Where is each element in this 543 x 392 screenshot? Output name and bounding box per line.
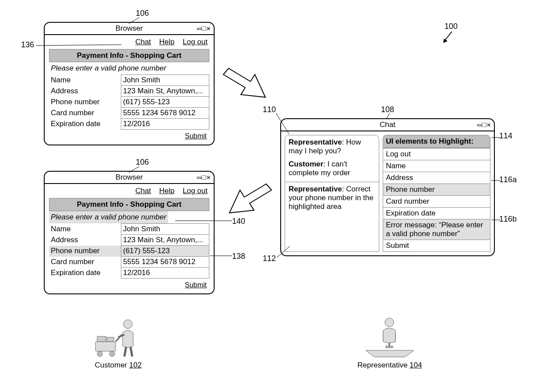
svg-rect-16 bbox=[97, 336, 106, 342]
browser-window-after: Browser ▭□✕ Chat Help Log out Payment In… bbox=[44, 171, 215, 294]
chat-title: Chat bbox=[380, 120, 395, 129]
chat-window-controls: ▭□✕ bbox=[477, 120, 491, 129]
svg-line-6 bbox=[386, 113, 390, 119]
input-phone[interactable]: (617) 555-123 bbox=[121, 97, 209, 108]
nav-logout-2[interactable]: Log out bbox=[183, 187, 208, 195]
maximize-icon[interactable]: □ bbox=[202, 25, 207, 33]
svg-marker-0 bbox=[223, 68, 265, 97]
hl-item-card: Card number bbox=[383, 196, 490, 208]
svg-point-19 bbox=[109, 351, 115, 357]
ref-116a: 116a bbox=[499, 175, 517, 184]
close-icon[interactable]: ✕ bbox=[206, 25, 211, 33]
representative-icon bbox=[361, 315, 418, 359]
browser-window-before: Browser ▭□✕ Chat Help Log out Payment In… bbox=[44, 22, 215, 145]
close-icon[interactable]: ✕ bbox=[487, 121, 491, 129]
browser-title-2: Browser bbox=[116, 173, 143, 182]
ref-136: 136 bbox=[21, 40, 34, 49]
label-phone: Phone number bbox=[49, 97, 121, 108]
hl-item-phone: Phone number bbox=[383, 184, 490, 196]
customer-actor: Customer 102 bbox=[83, 315, 153, 370]
hl-item-error: Error message: “Please enter a valid pho… bbox=[383, 219, 490, 240]
ref-102: 102 bbox=[129, 361, 141, 369]
nav-help-2[interactable]: Help bbox=[159, 187, 175, 195]
svg-point-29 bbox=[385, 318, 394, 327]
window-controls: ▭□✕ bbox=[197, 24, 211, 33]
window-controls-2: ▭□✕ bbox=[197, 173, 211, 182]
svg-rect-17 bbox=[107, 337, 114, 342]
representative-label: Representative bbox=[357, 361, 407, 369]
label-address: Address bbox=[49, 86, 121, 97]
ref-104: 104 bbox=[409, 361, 422, 369]
system-arrow-icon bbox=[442, 31, 455, 44]
chat-transcript: Representative: How may I help you? Cust… bbox=[285, 135, 379, 252]
svg-line-7 bbox=[276, 113, 289, 134]
hl-item-expiration: Expiration date bbox=[383, 208, 490, 219]
minimize-icon[interactable]: ▭ bbox=[477, 121, 482, 129]
customer-icon bbox=[92, 315, 145, 359]
error-message-highlighted: Please enter a valid phone number bbox=[49, 211, 168, 223]
chat-msg-1: Representative: How may I help you? bbox=[289, 138, 375, 155]
ref-112: 112 bbox=[263, 254, 276, 263]
error-message: Please enter a valid phone number bbox=[49, 62, 209, 74]
row-address: Address 123 Main St, Anytown,... bbox=[49, 86, 209, 97]
row-card-2: Card number 5555 1234 5678 9012 bbox=[49, 257, 209, 268]
nav-help[interactable]: Help bbox=[159, 38, 175, 46]
svg-line-2 bbox=[129, 18, 139, 24]
svg-rect-28 bbox=[386, 346, 393, 348]
svg-line-24 bbox=[130, 347, 132, 357]
input-card[interactable]: 5555 1234 5678 9012 bbox=[121, 108, 209, 119]
svg-point-18 bbox=[97, 351, 102, 357]
nav-bar-2: Chat Help Log out bbox=[49, 186, 209, 198]
svg-line-8 bbox=[277, 246, 290, 258]
label-card: Card number bbox=[49, 108, 121, 119]
arrow-chat-to-browser bbox=[219, 180, 276, 223]
input-name[interactable]: John Smith bbox=[121, 75, 209, 86]
input-exp[interactable]: 12/2016 bbox=[121, 119, 209, 130]
arrow-browser-to-chat bbox=[219, 61, 276, 109]
minimize-icon[interactable]: ▭ bbox=[197, 174, 202, 182]
chat-msg-2: Customer: I can't complete my order bbox=[289, 160, 375, 177]
submit-button[interactable]: Submit bbox=[185, 132, 207, 140]
row-phone: Phone number (617) 555-123 bbox=[49, 97, 209, 108]
highlight-panel: UI elements to Highlight: Log out Name A… bbox=[383, 135, 490, 252]
row-exp: Expiration date 12/2016 bbox=[49, 119, 209, 130]
svg-line-12 bbox=[129, 166, 139, 173]
row-phone-highlighted: Phone number (617) 555-123 bbox=[49, 246, 209, 257]
svg-line-23 bbox=[124, 347, 126, 357]
close-icon[interactable]: ✕ bbox=[206, 174, 211, 182]
row-name-2: Name John Smith bbox=[49, 224, 209, 235]
highlight-list: Log out Name Address Phone number Card n… bbox=[383, 148, 490, 252]
chat-msg-3: Representative: Correct your phone numbe… bbox=[289, 185, 375, 211]
representative-actor: Representative 104 bbox=[346, 315, 434, 370]
chat-window: Chat ▭□✕ Representative: How may I help … bbox=[280, 118, 495, 256]
svg-line-4 bbox=[445, 32, 452, 40]
row-card: Card number 5555 1234 5678 9012 bbox=[49, 108, 209, 119]
section-title: Payment Info - Shopping Cart bbox=[49, 49, 209, 62]
row-address-2: Address 123 Main St, Anytown,... bbox=[49, 235, 209, 246]
browser-title: Browser bbox=[116, 24, 143, 33]
minimize-icon[interactable]: ▭ bbox=[197, 25, 202, 33]
hl-item-submit: Submit bbox=[383, 240, 490, 252]
label-name: Name bbox=[49, 75, 121, 86]
input-address[interactable]: 123 Main St, Anytown,... bbox=[121, 86, 209, 97]
nav-chat-2[interactable]: Chat bbox=[135, 187, 151, 195]
highlight-panel-title: UI elements to Highlight: bbox=[383, 135, 490, 148]
maximize-icon[interactable]: □ bbox=[482, 121, 487, 129]
ref-116b: 116b bbox=[499, 215, 517, 224]
svg-marker-25 bbox=[366, 350, 414, 357]
row-exp-2: Expiration date 12/2016 bbox=[49, 268, 209, 279]
nav-chat[interactable]: Chat bbox=[135, 38, 151, 46]
row-name: Name John Smith bbox=[49, 75, 209, 86]
hl-item-logout: Log out bbox=[383, 148, 490, 160]
ref-114: 114 bbox=[499, 131, 512, 141]
svg-point-21 bbox=[123, 320, 132, 328]
maximize-icon[interactable]: □ bbox=[202, 174, 207, 182]
nav-logout[interactable]: Log out bbox=[183, 38, 208, 46]
chat-titlebar: Chat ▭□✕ bbox=[281, 119, 494, 131]
svg-line-3 bbox=[36, 45, 121, 46]
label-exp: Expiration date bbox=[49, 119, 121, 130]
payment-form: Name John Smith Address 123 Main St, Any… bbox=[49, 74, 209, 130]
section-title-2: Payment Info - Shopping Cart bbox=[49, 198, 209, 211]
submit-button-2[interactable]: Submit bbox=[185, 281, 207, 289]
payment-form-2: Name John Smith Address 123 Main St, Any… bbox=[49, 223, 209, 279]
